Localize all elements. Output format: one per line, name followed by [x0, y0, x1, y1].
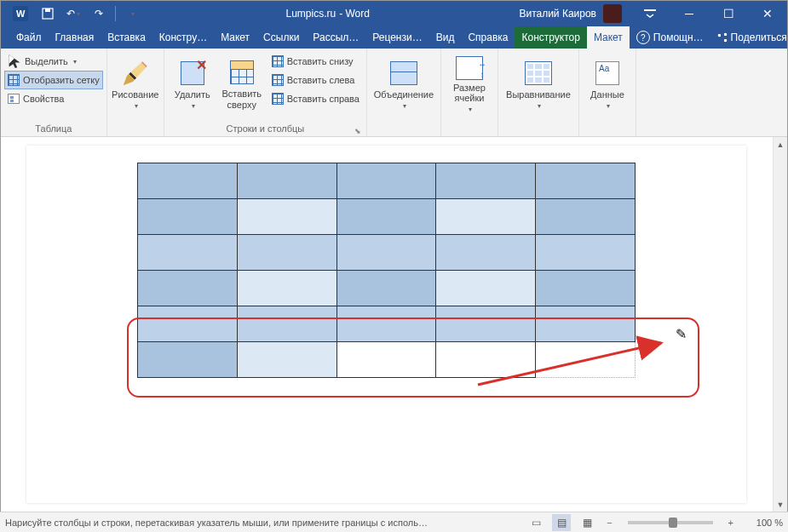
properties-icon	[8, 94, 20, 104]
ribbon-tabs: Файл Главная Вставка Констру… Макет Ссыл…	[1, 26, 787, 49]
qa-customize-icon[interactable]: ▾	[119, 1, 145, 26]
svg-rect-3	[45, 9, 50, 12]
window-title: Lumpics.ru - Word	[145, 1, 510, 26]
scroll-up-icon[interactable]: ▲	[774, 137, 787, 152]
grid-icon	[8, 74, 20, 86]
cell-size-icon	[456, 56, 483, 80]
insert-right-button[interactable]: Вставить справа	[268, 89, 363, 108]
insert-below-icon	[272, 55, 284, 67]
table-row	[138, 199, 636, 235]
view-print-icon[interactable]: ▤	[552, 514, 571, 531]
group-align-label	[502, 122, 575, 136]
user-name: Виталий Каиров	[519, 8, 596, 20]
insert-above-button[interactable]: Вставить сверху	[217, 52, 267, 113]
tab-home[interactable]: Главная	[49, 26, 101, 49]
redo-icon[interactable]: ↷	[86, 1, 112, 26]
maximize-button[interactable]: ☐	[709, 1, 748, 26]
tab-share[interactable]: Поделиться	[710, 26, 788, 49]
alignment-button[interactable]: Выравнивание▾	[502, 52, 575, 113]
table-row	[138, 163, 636, 199]
group-table-label: Таблица	[4, 122, 103, 136]
group-merge-label	[371, 122, 437, 136]
insert-left-icon	[272, 74, 284, 86]
zoom-percent[interactable]: 100 %	[744, 518, 783, 528]
doc-title: Lumpics.ru	[285, 8, 336, 20]
tab-file[interactable]: Файл	[9, 26, 49, 49]
table-row	[138, 235, 636, 271]
cursor-icon	[8, 54, 21, 68]
tab-review[interactable]: Рецензи…	[365, 26, 429, 49]
tab-mailings[interactable]: Рассыл…	[306, 26, 365, 49]
tab-insert[interactable]: Вставка	[101, 26, 152, 49]
save-icon[interactable]	[35, 1, 60, 26]
properties-button[interactable]: Свойства	[4, 89, 103, 108]
insert-below-button[interactable]: Вставить снизу	[268, 52, 363, 71]
word-logo-icon: W	[6, 1, 35, 26]
avatar-icon	[603, 4, 622, 23]
cell-size-button[interactable]: Размер ячейки▾	[445, 52, 494, 113]
tab-constructor[interactable]: Конструктор	[515, 26, 586, 49]
table-row	[138, 306, 636, 342]
delete-icon	[181, 61, 204, 85]
show-grid-button[interactable]: Отобразить сетку	[4, 71, 103, 89]
alignment-icon	[525, 61, 552, 85]
svg-line-5	[478, 343, 661, 385]
insert-above-icon	[230, 60, 254, 84]
zoom-slider[interactable]	[628, 521, 713, 524]
ribbon: Выделить▾ Отобразить сетку Свойства Табл…	[1, 49, 787, 137]
merge-icon	[390, 61, 417, 85]
select-button[interactable]: Выделить▾	[4, 52, 103, 71]
tab-help[interactable]: Справка	[461, 26, 515, 49]
svg-rect-4	[644, 9, 656, 11]
zoom-in-button[interactable]: +	[725, 518, 737, 528]
tab-references[interactable]: Ссылки	[256, 26, 306, 49]
close-button[interactable]: ✕	[748, 1, 787, 26]
merge-button[interactable]: Объединение▾	[371, 52, 437, 113]
draw-button[interactable]: Рисование▾	[111, 52, 160, 113]
tab-layout[interactable]: Макет	[214, 26, 256, 49]
data-button[interactable]: Данные▾	[583, 52, 632, 113]
group-draw-label	[111, 122, 160, 136]
undo-icon[interactable]: ↶▾	[60, 1, 86, 26]
group-data-label	[583, 122, 632, 136]
scroll-down-icon[interactable]: ▼	[774, 497, 787, 512]
tab-tell-me[interactable]: Помощн…	[630, 26, 710, 49]
table-row	[138, 271, 636, 306]
zoom-thumb[interactable]	[669, 518, 677, 528]
vertical-scrollbar[interactable]: ▲ ▼	[773, 137, 787, 512]
data-icon	[595, 61, 619, 85]
status-hint: Нарисуйте столбцы и строки, перетаскивая…	[5, 518, 520, 528]
pencil-icon	[124, 61, 147, 85]
delete-button[interactable]: Удалить▾	[168, 52, 217, 113]
insert-right-icon	[272, 93, 284, 105]
ribbon-options-icon[interactable]	[630, 1, 670, 26]
page	[26, 146, 746, 503]
titlebar: W ↶▾ ↷ ▾ Lumpics.ru - Word Виталий Каиро…	[1, 1, 787, 26]
statusbar: Нарисуйте столбцы и строки, перетаскивая…	[0, 512, 788, 532]
tab-design[interactable]: Констру…	[152, 26, 214, 49]
pen-cursor-icon	[676, 326, 687, 338]
minimize-button[interactable]: ─	[670, 1, 709, 26]
view-web-icon[interactable]: ▦	[578, 514, 596, 531]
group-rows-cols-label: Строки и столбцы	[168, 122, 363, 136]
group-cellsize-label	[445, 122, 494, 136]
tab-maket[interactable]: Макет	[587, 26, 630, 49]
document-area[interactable]: ▲ ▼	[1, 137, 787, 512]
user-account[interactable]: Виталий Каиров	[510, 1, 630, 26]
svg-text:W: W	[16, 9, 26, 19]
insert-left-button[interactable]: Вставить слева	[268, 71, 363, 89]
view-read-icon[interactable]: ▭	[526, 514, 545, 531]
tab-view[interactable]: Вид	[429, 26, 462, 49]
annotation-arrow-icon	[478, 338, 674, 392]
zoom-out-button[interactable]: −	[603, 518, 615, 528]
